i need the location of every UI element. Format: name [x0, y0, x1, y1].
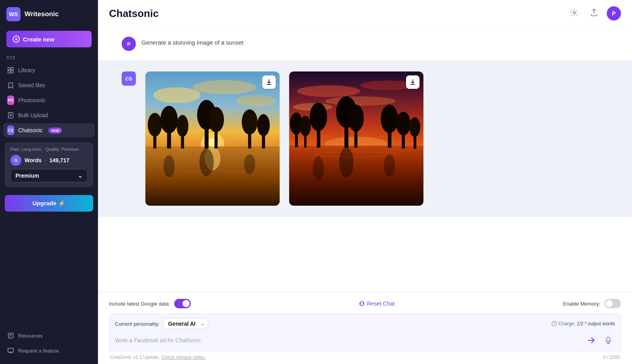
upgrade-button[interactable]: Upgrade ⚡	[5, 195, 93, 212]
svg-rect-2	[8, 71, 10, 73]
svg-point-36	[164, 155, 175, 177]
google-data-toggle: Include latest Google data:	[109, 299, 191, 308]
personality-dropdown[interactable]: General AI	[163, 318, 208, 329]
svg-point-70	[384, 154, 395, 176]
sidebar: WS Writesonic + Create new XYZ Library S…	[0, 0, 98, 364]
svg-point-57	[310, 103, 327, 131]
bottom-bar: Include latest Google data: Reset Chat E…	[98, 292, 632, 364]
plan-row: G Words · 149,717	[10, 155, 88, 166]
gear-icon	[570, 9, 578, 19]
svg-point-14	[153, 87, 201, 103]
plus-icon: +	[13, 36, 20, 43]
sidebar-item-saved-files[interactable]: Saved files	[3, 78, 95, 92]
plan-words: Words · 149,717	[24, 157, 70, 163]
premium-select[interactable]: Premium ⌄	[10, 169, 88, 182]
sidebar-item-label: Resources	[18, 333, 43, 339]
chat-input[interactable]	[115, 333, 580, 347]
svg-rect-1	[11, 68, 13, 70]
logo-text: Writesonic	[24, 10, 59, 18]
user-message-content: Generate a stunning image of a sunset	[141, 37, 244, 46]
svg-rect-3	[11, 71, 13, 73]
page-title: Chatsonic	[109, 8, 159, 20]
share-button[interactable]	[587, 6, 601, 21]
generated-image-1	[145, 71, 280, 206]
plan-box: Plan: Long-form Quality: Premium G Words…	[5, 142, 93, 187]
request-feature-icon	[7, 347, 14, 354]
footer-version: ChatSonic v1.1 Update. Check release not…	[110, 355, 206, 360]
charge-info: Charge: 1/2 * output words	[551, 321, 615, 326]
svg-point-34	[208, 107, 224, 132]
generated-image-2	[289, 71, 423, 206]
topbar: Chatsonic P	[98, 0, 632, 27]
download-image-2-button[interactable]	[406, 75, 419, 89]
sidebar-item-label: Bulk Upload	[18, 112, 48, 118]
sidebar-item-label: Library	[18, 67, 35, 73]
sidebar-nav: Library Saved files PS Photosonic Bulk U…	[0, 63, 98, 137]
sidebar-item-bulk-upload[interactable]: Bulk Upload	[3, 108, 95, 122]
svg-point-15	[193, 80, 256, 94]
library-icon	[7, 67, 14, 74]
svg-point-67	[409, 117, 420, 137]
reset-chat-button[interactable]: Reset Chat	[359, 300, 395, 307]
generated-images-section: CS	[98, 60, 632, 217]
svg-point-61	[348, 105, 364, 131]
svg-point-30	[257, 114, 270, 136]
sidebar-item-library[interactable]: Library	[3, 63, 95, 77]
reset-chat-label: Reset Chat	[367, 300, 395, 307]
svg-point-69	[313, 156, 324, 180]
svg-point-44	[325, 96, 396, 106]
create-new-button[interactable]: + Create new	[6, 31, 92, 47]
google-data-switch[interactable]	[174, 299, 191, 308]
main-content: Chatsonic P P	[98, 0, 632, 364]
sidebar-bottom: Resources Request a feature	[0, 325, 98, 364]
chatsonic-icon: CS	[7, 127, 14, 134]
download-image-1-button[interactable]	[262, 75, 276, 89]
memory-toggle: Enable Memory:	[563, 299, 621, 308]
sidebar-item-resources[interactable]: Resources	[3, 328, 95, 343]
release-notes-link[interactable]: Check release notes.	[161, 355, 206, 360]
chevron-down-icon: ⌄	[78, 173, 83, 179]
svg-rect-47	[289, 146, 423, 206]
share-icon	[591, 9, 598, 19]
svg-point-24	[160, 106, 178, 133]
resources-icon	[7, 332, 14, 339]
svg-point-37	[244, 154, 255, 174]
settings-button[interactable]	[567, 6, 581, 21]
mic-button[interactable]	[602, 334, 615, 347]
sidebar-item-label: Saved files	[18, 82, 45, 88]
sidebar-item-request-feature[interactable]: Request a feature	[3, 343, 95, 358]
svg-point-22	[148, 113, 162, 137]
svg-point-26	[177, 115, 188, 137]
bottom-controls: Include latest Google data: Reset Chat E…	[109, 299, 621, 308]
svg-point-28	[242, 109, 258, 135]
new-badge: new	[48, 128, 61, 133]
svg-point-63	[381, 105, 398, 133]
input-area: Current personality: General AI Charge: …	[109, 313, 621, 352]
svg-point-35	[199, 148, 214, 176]
sidebar-item-photosonic[interactable]: PS Photosonic	[3, 93, 95, 107]
sidebar-item-chatsonic[interactable]: CS Chatsonic new	[3, 123, 95, 137]
sidebar-item-label: Photosonic	[18, 97, 45, 103]
charge-value: 1/2 * output words	[577, 321, 615, 326]
personality-row: Current personality: General AI Charge: …	[115, 318, 615, 329]
chat-area: P Generate a stunning image of a sunset …	[98, 27, 632, 292]
user-avatar[interactable]: P	[607, 6, 621, 21]
charge-label: Charge:	[559, 321, 576, 326]
cs-avatar: CS	[122, 71, 136, 86]
memory-label: Enable Memory:	[563, 301, 600, 307]
plan-labels: Plan: Long-form Quality: Premium	[10, 147, 88, 152]
bookmark-icon	[7, 82, 14, 89]
svg-point-16	[236, 95, 276, 107]
char-count: 0 / 2000	[603, 355, 620, 360]
user-message-row: P Generate a stunning image of a sunset	[122, 37, 608, 51]
memory-switch[interactable]	[604, 299, 621, 308]
bulk-upload-icon	[7, 112, 14, 119]
photosonic-icon: PS	[7, 97, 14, 104]
send-button[interactable]	[584, 334, 598, 347]
svg-point-12	[573, 11, 576, 14]
personality-select: Current personality: General AI	[115, 318, 208, 329]
sidebar-item-label: Request a feature	[18, 348, 59, 354]
topbar-actions: P	[567, 6, 621, 21]
svg-point-42	[297, 85, 360, 97]
svg-rect-8	[8, 333, 13, 338]
